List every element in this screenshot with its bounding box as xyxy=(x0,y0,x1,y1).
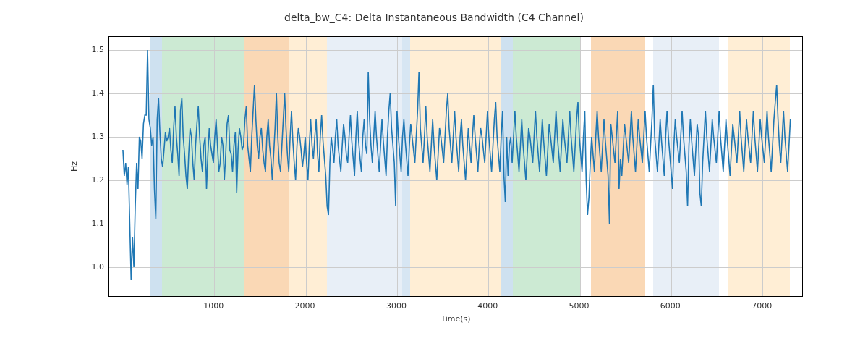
y-tick-label: 1.2 xyxy=(87,175,104,185)
x-tick-label: 3000 xyxy=(386,301,407,311)
x-tick-label: 5000 xyxy=(569,301,590,311)
line-series-layer xyxy=(109,37,802,296)
series-line-delta-bw-c4 xyxy=(123,50,791,280)
x-axis-label: Time(s) xyxy=(109,314,803,324)
y-tick-label: 1.1 xyxy=(87,219,104,228)
x-tick-label: 7000 xyxy=(752,301,772,311)
y-tick-label: 1.3 xyxy=(87,132,104,141)
x-tick-label: 6000 xyxy=(660,301,681,311)
x-tick-label: 1000 xyxy=(203,301,224,311)
y-tick-label: 1.4 xyxy=(87,88,104,98)
y-tick-label: 1.5 xyxy=(87,45,104,54)
x-tick-label: 2000 xyxy=(295,301,315,311)
y-axis-label: Hz xyxy=(69,36,80,297)
x-tick-label: 4000 xyxy=(477,301,498,311)
y-tick-label: 1.0 xyxy=(87,262,104,272)
chart-title: delta_bw_C4: Delta Instantaneous Bandwid… xyxy=(0,12,868,23)
plot-axes xyxy=(109,36,803,297)
figure: delta_bw_C4: Delta Instantaneous Bandwid… xyxy=(0,0,868,362)
